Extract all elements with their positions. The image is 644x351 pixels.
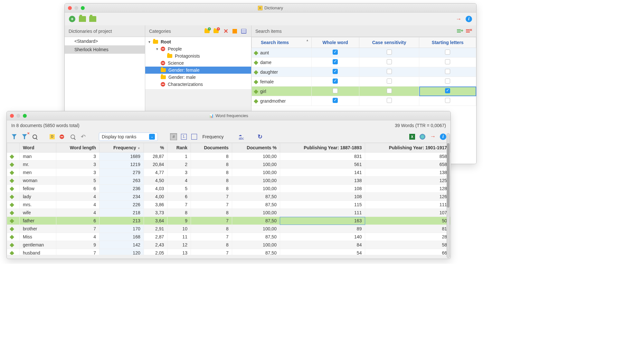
starting-letters-checkbox[interactable]: [445, 79, 450, 84]
table-cell[interactable]: men: [20, 169, 56, 177]
go-button[interactable]: [69, 133, 76, 140]
column-header-year2[interactable]: Publishing Year: 1901-1917: [365, 143, 450, 152]
search-button[interactable]: [31, 133, 38, 140]
table-cell[interactable]: 2,43: [144, 241, 167, 249]
table-cell[interactable]: 6: [56, 185, 99, 193]
table-cell[interactable]: 3: [56, 152, 99, 161]
dictionary-button[interactable]: D: [49, 133, 56, 140]
column-header-documents-pct[interactable]: Documents %: [232, 143, 280, 152]
refresh-button[interactable]: ↻: [257, 133, 264, 140]
import-dictionary-button[interactable]: [89, 15, 96, 23]
column-header-starting-letters[interactable]: Starting letters: [419, 37, 476, 48]
table-cell[interactable]: 831: [280, 152, 365, 161]
table-cell[interactable]: 2,87: [144, 233, 167, 241]
table-cell[interactable]: 120: [99, 249, 144, 255]
color-button[interactable]: [231, 28, 238, 35]
case-sensitivity-checkbox[interactable]: [387, 59, 392, 64]
table-cell[interactable]: [7, 193, 20, 201]
table-cell[interactable]: 12: [167, 241, 191, 249]
column-header-whole-word[interactable]: Whole word: [311, 37, 359, 48]
export-button[interactable]: [455, 15, 462, 23]
table-row[interactable]: fellow62364,0358100,00108128: [7, 185, 450, 193]
table-cell[interactable]: 658: [365, 161, 450, 169]
table-cell[interactable]: mrs.: [20, 201, 56, 209]
expand-icon[interactable]: ▼: [156, 47, 159, 51]
table-cell[interactable]: 100,00: [232, 169, 280, 177]
table-cell[interactable]: 4: [56, 193, 99, 201]
table-cell[interactable]: 87,50: [232, 193, 280, 201]
table-cell[interactable]: [7, 217, 20, 225]
table-cell[interactable]: brother: [20, 225, 56, 233]
dictionary-item[interactable]: <Standard>: [65, 37, 145, 45]
table-cell[interactable]: 7: [191, 201, 232, 209]
table-cell[interactable]: [7, 233, 20, 241]
table-cell[interactable]: 87,50: [232, 217, 280, 225]
table-cell[interactable]: 8: [191, 161, 232, 169]
table-cell[interactable]: 9: [167, 217, 191, 225]
table-cell[interactable]: 6: [167, 193, 191, 201]
table-cell[interactable]: 87,50: [232, 249, 280, 255]
table-cell[interactable]: gentleman: [20, 241, 56, 249]
table-cell[interactable]: 8: [191, 209, 232, 217]
table-cell[interactable]: 87,50: [232, 233, 280, 241]
case-sensitivity-checkbox[interactable]: [387, 50, 392, 55]
table-cell[interactable]: 4,77: [144, 169, 167, 177]
starting-letters-checkbox[interactable]: [445, 69, 450, 74]
table-row[interactable]: wife42183,7388100,00111107: [7, 209, 450, 217]
table-cell[interactable]: 108: [280, 185, 365, 193]
add-category-button[interactable]: [204, 28, 211, 35]
case-sensitivity-checkbox[interactable]: [387, 69, 392, 74]
table-cell[interactable]: 28: [365, 233, 450, 241]
table-cell[interactable]: 4,03: [144, 185, 167, 193]
table-cell[interactable]: 7: [191, 193, 232, 201]
column-header-word[interactable]: Word: [20, 143, 56, 152]
info-button[interactable]: i: [440, 133, 447, 140]
table-cell[interactable]: 263: [99, 177, 144, 185]
table-cell[interactable]: 7: [56, 225, 99, 233]
whole-word-checkbox[interactable]: [333, 59, 338, 64]
table-cell[interactable]: 107: [365, 209, 450, 217]
new-dictionary-button[interactable]: +: [69, 15, 76, 23]
whole-word-checkbox[interactable]: [333, 98, 338, 103]
table-cell[interactable]: 7: [167, 201, 191, 209]
table-cell[interactable]: mr.: [20, 161, 56, 169]
info-button[interactable]: i: [465, 15, 472, 23]
expand-icon[interactable]: ▼: [148, 40, 152, 44]
table-cell[interactable]: 111: [365, 201, 450, 209]
case-sensitivity-checkbox[interactable]: [387, 88, 392, 93]
table-cell[interactable]: 7: [191, 249, 232, 255]
starting-letters-checkbox[interactable]: [445, 98, 450, 103]
table-cell[interactable]: woman: [20, 177, 56, 185]
table-cell[interactable]: 28,87: [144, 152, 167, 161]
table-cell[interactable]: 100,00: [232, 177, 280, 185]
table-cell[interactable]: 100,00: [232, 241, 280, 249]
table-cell[interactable]: 13: [167, 249, 191, 255]
tree-node[interactable]: Gender: male: [145, 74, 251, 81]
table-cell[interactable]: 561: [280, 161, 365, 169]
vertical-scrollbar[interactable]: [447, 133, 450, 258]
table-row[interactable]: woman52634,5048100,00138125: [7, 177, 450, 185]
table-cell[interactable]: 2,91: [144, 225, 167, 233]
table-cell[interactable]: 279: [99, 169, 144, 177]
table-cell[interactable]: 3,86: [144, 201, 167, 209]
table-cell[interactable]: 8: [167, 209, 191, 217]
table-row[interactable]: gentleman91422,43128100,008458: [7, 241, 450, 249]
table-cell[interactable]: man: [20, 152, 56, 161]
table-cell[interactable]: 141: [280, 169, 365, 177]
table-row[interactable]: men32794,7738100,00141138: [7, 169, 450, 177]
table-cell[interactable]: [7, 249, 20, 255]
table-row[interactable]: husband71202,0513787,505466: [7, 249, 450, 255]
tree-node[interactable]: Science: [145, 60, 251, 67]
table-cell[interactable]: [7, 169, 20, 177]
column-header-marker[interactable]: [7, 143, 20, 152]
remove-button[interactable]: ✕: [222, 28, 229, 35]
column-header-year1[interactable]: Publishing Year: 1887-1893: [280, 143, 365, 152]
column-view-button[interactable]: [191, 133, 198, 140]
table-cell[interactable]: 3,73: [144, 209, 167, 217]
titlebar[interactable]: D Dictionary: [65, 4, 476, 13]
table-row[interactable]: mr.3121920,8428100,00561658: [7, 161, 450, 169]
table-cell[interactable]: 226: [99, 201, 144, 209]
table-cell[interactable]: 100,00: [232, 185, 280, 193]
table-cell[interactable]: 4,50: [144, 177, 167, 185]
column-header-word-length[interactable]: Word length: [56, 143, 99, 152]
